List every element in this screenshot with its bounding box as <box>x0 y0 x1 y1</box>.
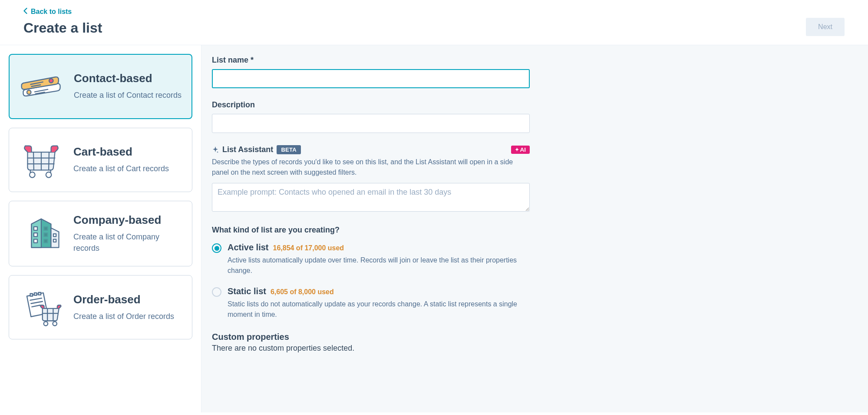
assistant-desc: Describe the types of records you'd like… <box>212 157 530 178</box>
list-type-sidebar: Contact-based Create a list of Contact r… <box>0 45 201 412</box>
order-icon <box>19 288 64 327</box>
card-contact-based[interactable]: Contact-based Create a list of Contact r… <box>9 54 192 119</box>
page-header: Back to lists Create a list Next <box>0 0 868 45</box>
radio-active-list[interactable]: Active list 16,854 of 17,000 used Active… <box>212 242 530 276</box>
card-company-based[interactable]: Company-based Create a list of Company r… <box>9 201 192 266</box>
card-cart-based[interactable]: Cart-based Create a list of Cart records <box>9 128 192 192</box>
svg-line-8 <box>49 152 49 170</box>
card-title: Order-based <box>73 293 182 306</box>
page-title: Create a list <box>23 20 102 36</box>
list-name-label: List name * <box>212 56 530 65</box>
svg-point-28 <box>53 322 56 325</box>
ai-badge: AI <box>511 146 530 154</box>
svg-rect-14 <box>34 233 37 236</box>
card-desc: Create a list of Company records <box>73 231 182 254</box>
radio-input-static[interactable] <box>212 287 221 297</box>
svg-rect-17 <box>44 233 47 236</box>
svg-rect-19 <box>53 234 56 236</box>
custom-properties-text: There are no custom properties selected. <box>212 344 530 353</box>
radio-input-active[interactable] <box>212 243 221 253</box>
radio-desc: Active lists automatically update over t… <box>228 255 530 276</box>
assistant-title: List Assistant <box>222 145 273 154</box>
svg-rect-20 <box>53 239 56 242</box>
cart-icon <box>19 140 64 179</box>
card-desc: Create a list of Cart records <box>73 163 182 174</box>
svg-point-0 <box>49 79 53 83</box>
list-kind-heading: What kind of list are you creating? <box>212 226 530 235</box>
description-input[interactable] <box>212 114 530 133</box>
radio-static-list[interactable]: Static list 6,605 of 8,000 used Static l… <box>212 286 530 320</box>
next-button[interactable]: Next <box>806 18 845 36</box>
svg-rect-16 <box>44 226 47 230</box>
assistant-prompt-input[interactable] <box>212 183 530 212</box>
card-desc: Create a list of Order records <box>73 311 182 322</box>
back-link-label: Back to lists <box>31 8 72 16</box>
list-name-input[interactable] <box>212 69 530 88</box>
card-order-based[interactable]: Order-based Create a list of Order recor… <box>9 275 192 339</box>
usage-count: 6,605 of 8,000 used <box>271 288 334 296</box>
radio-label: Active list <box>228 242 268 252</box>
sparkle-icon <box>212 146 219 153</box>
usage-count: 16,854 of 17,000 used <box>273 244 344 252</box>
company-icon <box>19 214 64 253</box>
radio-desc: Static lists do not automatically update… <box>228 299 530 320</box>
contact-icon <box>19 67 64 106</box>
card-title: Cart-based <box>73 145 182 159</box>
card-title: Company-based <box>73 213 182 227</box>
form-main: List name * Description List Assistant B… <box>201 45 868 412</box>
custom-properties-heading: Custom properties <box>212 332 530 342</box>
card-title: Contact-based <box>74 72 182 85</box>
card-desc: Create a list of Contact records <box>74 90 182 101</box>
svg-point-1 <box>27 90 31 94</box>
svg-point-27 <box>44 322 48 325</box>
svg-rect-18 <box>44 239 47 242</box>
back-to-lists-link[interactable]: Back to lists <box>23 8 72 16</box>
radio-label: Static list <box>228 286 266 296</box>
description-label: Description <box>212 100 530 110</box>
svg-rect-15 <box>34 239 37 242</box>
chevron-left-icon <box>23 8 27 16</box>
beta-badge: BETA <box>277 145 301 154</box>
svg-rect-13 <box>34 226 37 230</box>
svg-line-6 <box>33 152 34 170</box>
